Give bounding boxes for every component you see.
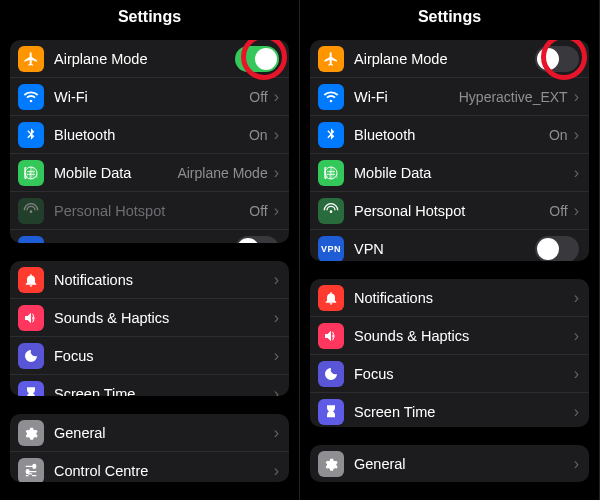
settings-row-airplane[interactable]: Airplane Mode xyxy=(310,40,589,78)
hotspot-icon xyxy=(318,198,344,224)
chevron-right-icon: › xyxy=(574,164,579,182)
settings-row-wifi[interactable]: Wi-FiHyperactive_EXT› xyxy=(310,78,589,116)
settings-row-focus[interactable]: Focus› xyxy=(310,355,589,393)
settings-group-notifications: Notifications›Sounds & Haptics›Focus›Scr… xyxy=(310,279,589,427)
settings-row-control[interactable]: Control Centre› xyxy=(10,452,289,482)
focus-icon xyxy=(318,361,344,387)
chevron-right-icon: › xyxy=(574,365,579,383)
row-label: Focus xyxy=(354,366,572,382)
sounds-icon xyxy=(318,323,344,349)
chevron-right-icon: › xyxy=(274,309,279,327)
row-label: Notifications xyxy=(354,290,572,306)
row-label: General xyxy=(354,456,572,472)
row-label: Bluetooth xyxy=(354,127,549,143)
settings-row-mobile[interactable]: Mobile Data› xyxy=(310,154,589,192)
settings-group-general: General›Control Centre› xyxy=(10,414,289,482)
row-label: Mobile Data xyxy=(54,165,177,181)
left-screenshot: Settings Airplane ModeWi-FiOff›Bluetooth… xyxy=(0,0,300,500)
chevron-right-icon: › xyxy=(574,403,579,421)
bluetooth-icon xyxy=(318,122,344,148)
row-label: Wi-Fi xyxy=(54,89,249,105)
settings-row-airplane[interactable]: Airplane Mode xyxy=(10,40,289,78)
chevron-right-icon: › xyxy=(274,126,279,144)
general-icon xyxy=(18,420,44,446)
page-title: Settings xyxy=(300,0,599,40)
vpn-icon: VPN xyxy=(18,236,44,243)
chevron-right-icon: › xyxy=(274,271,279,289)
row-label: VPN xyxy=(54,241,235,243)
settings-row-screentime[interactable]: Screen Time› xyxy=(310,393,589,427)
row-label: Personal Hotspot xyxy=(54,203,249,219)
row-value: On xyxy=(249,127,268,143)
control-icon xyxy=(18,458,44,482)
row-label: Bluetooth xyxy=(54,127,249,143)
row-label: Airplane Mode xyxy=(54,51,235,67)
vpn-icon: VPN xyxy=(318,236,344,261)
row-label: Focus xyxy=(54,348,272,364)
sounds-icon xyxy=(18,305,44,331)
row-value: On xyxy=(549,127,568,143)
airplane-toggle[interactable] xyxy=(235,46,279,72)
settings-row-sounds[interactable]: Sounds & Haptics› xyxy=(10,299,289,337)
screentime-icon xyxy=(318,399,344,425)
row-label: Personal Hotspot xyxy=(354,203,549,219)
general-icon xyxy=(318,451,344,477)
row-label: General xyxy=(54,425,272,441)
settings-group-general: General› xyxy=(310,445,589,482)
row-label: Screen Time xyxy=(354,404,572,420)
row-label: Airplane Mode xyxy=(354,51,535,67)
settings-row-notifications[interactable]: Notifications› xyxy=(310,279,589,317)
row-value: Off xyxy=(249,203,267,219)
settings-row-vpn[interactable]: VPNVPN xyxy=(310,230,589,261)
airplane-toggle[interactable] xyxy=(535,46,579,72)
settings-row-wifi[interactable]: Wi-FiOff› xyxy=(10,78,289,116)
settings-row-bluetooth[interactable]: BluetoothOn› xyxy=(310,116,589,154)
row-value: Off xyxy=(549,203,567,219)
settings-group-connectivity: Airplane ModeWi-FiOff›BluetoothOn›Mobile… xyxy=(10,40,289,243)
hotspot-icon xyxy=(18,198,44,224)
chevron-right-icon: › xyxy=(274,88,279,106)
chevron-right-icon: › xyxy=(574,88,579,106)
chevron-right-icon: › xyxy=(574,327,579,345)
toggle-knob xyxy=(537,48,559,70)
settings-row-hotspot[interactable]: Personal HotspotOff› xyxy=(310,192,589,230)
settings-row-focus[interactable]: Focus› xyxy=(10,337,289,375)
chevron-right-icon: › xyxy=(274,385,279,396)
mobile-icon xyxy=(18,160,44,186)
settings-row-screentime[interactable]: Screen Time› xyxy=(10,375,289,396)
page-title: Settings xyxy=(0,0,299,40)
right-screenshot: Settings Airplane ModeWi-FiHyperactive_E… xyxy=(300,0,600,500)
settings-group-notifications: Notifications›Sounds & Haptics›Focus›Scr… xyxy=(10,261,289,396)
row-value: Airplane Mode xyxy=(177,165,267,181)
chevron-right-icon: › xyxy=(274,164,279,182)
settings-row-vpn[interactable]: VPNVPN xyxy=(10,230,289,243)
screentime-icon xyxy=(18,381,44,396)
settings-row-general[interactable]: General› xyxy=(310,445,589,482)
focus-icon xyxy=(18,343,44,369)
notifications-icon xyxy=(318,285,344,311)
toggle-knob xyxy=(537,238,559,260)
chevron-right-icon: › xyxy=(574,289,579,307)
row-label: Mobile Data xyxy=(354,165,572,181)
vpn-toggle[interactable] xyxy=(235,236,279,243)
settings-row-hotspot[interactable]: Personal HotspotOff› xyxy=(10,192,289,230)
row-label: Sounds & Haptics xyxy=(354,328,572,344)
chevron-right-icon: › xyxy=(274,424,279,442)
wifi-icon xyxy=(318,84,344,110)
chevron-right-icon: › xyxy=(574,202,579,220)
row-label: Control Centre xyxy=(54,463,272,479)
chevron-right-icon: › xyxy=(274,347,279,365)
settings-row-general[interactable]: General› xyxy=(10,414,289,452)
settings-row-mobile[interactable]: Mobile DataAirplane Mode› xyxy=(10,154,289,192)
chevron-right-icon: › xyxy=(574,126,579,144)
settings-row-sounds[interactable]: Sounds & Haptics› xyxy=(310,317,589,355)
wifi-icon xyxy=(18,84,44,110)
row-label: Screen Time xyxy=(54,386,272,396)
row-value: Off xyxy=(249,89,267,105)
airplane-icon xyxy=(18,46,44,72)
airplane-icon xyxy=(318,46,344,72)
notifications-icon xyxy=(18,267,44,293)
settings-row-bluetooth[interactable]: BluetoothOn› xyxy=(10,116,289,154)
settings-row-notifications[interactable]: Notifications› xyxy=(10,261,289,299)
vpn-toggle[interactable] xyxy=(535,236,579,261)
